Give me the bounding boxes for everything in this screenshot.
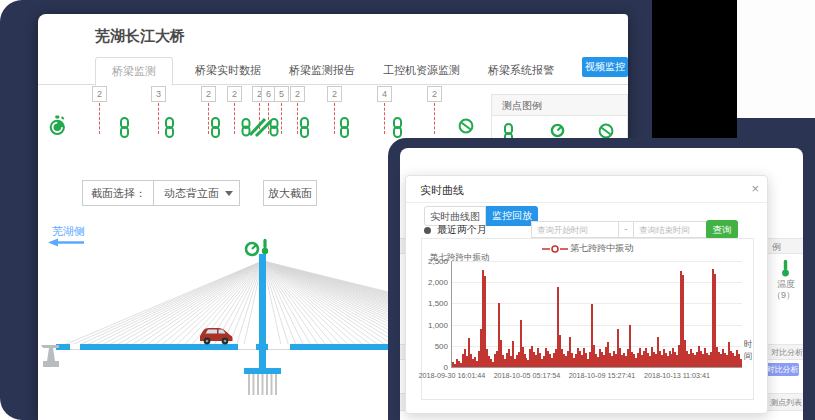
deck-expansion-gap (70, 344, 80, 350)
thermometer-count: （9） (772, 289, 795, 302)
compare-section-partial-label: 对比分析 (771, 347, 803, 358)
deck-expansion-gap (238, 344, 256, 350)
modal-header: 实时曲线 × (406, 176, 767, 203)
y-axis-tick: 1,000 (414, 321, 448, 330)
foundation-piles (247, 374, 278, 395)
y-axis-tick: 2,000 (414, 278, 448, 287)
left-pier (40, 345, 60, 370)
radio-label: 最近两个月 (437, 223, 487, 237)
y-axis-tick: 500 (414, 342, 448, 351)
gridline (452, 325, 742, 326)
black-region (652, 0, 737, 147)
query-button[interactable]: 查询 (706, 220, 738, 239)
query-start-time-input[interactable] (531, 221, 619, 238)
y-axis-tick: 1,500 (414, 299, 448, 308)
x-axis-tick: 2018-10-13 11:03:41 (639, 371, 715, 380)
chart-plot: 2,5002,0001,5001,00050002018-09-30 16:01… (451, 261, 742, 368)
tower-gauge-icon[interactable] (244, 241, 260, 257)
legend-section-partial-label: 例 (772, 241, 781, 254)
screen: 芜湖长江大桥 桥梁监测桥梁实时数据桥梁监测报告工控机资源监测桥梁系统报警 视频监… (0, 0, 815, 420)
date-range-separator: - (618, 221, 634, 238)
tower-thermometer-icon[interactable] (260, 238, 270, 255)
deck-expansion-gap (268, 344, 290, 350)
gridline (452, 303, 742, 304)
chart-container: 第七跨跨中振动 第七跨跨中振动 2,5002,0001,5001,0005000… (421, 238, 754, 400)
thermometer-icon[interactable] (780, 259, 791, 277)
chart-bar (740, 359, 742, 367)
gridline (452, 261, 742, 262)
gridline (452, 282, 742, 283)
modal-title: 实时曲线 (420, 183, 464, 198)
legend-marker-icon (542, 245, 568, 253)
x-axis-tick: 2018-10-05 05:17:54 (489, 371, 565, 380)
close-icon[interactable]: × (751, 181, 759, 196)
car (198, 324, 234, 346)
legend-text: 第七跨跨中振动 (570, 243, 633, 253)
y-axis-tick: 2,500 (414, 257, 448, 266)
x-axis-name: 时间 (744, 339, 753, 363)
bridge-tower (259, 254, 266, 368)
x-axis-tick: 2018-09-30 16:01:44 (414, 371, 490, 380)
x-axis-tick: 2018-10-09 15:27:41 (564, 371, 640, 380)
point-list-partial-label: 测点列表 (770, 397, 802, 408)
radio-last-two-months[interactable] (424, 227, 431, 234)
realtime-curve-modal: 实时曲线 × 实时曲线图 监控回放 最近两个月 - 查询 第七跨跨中振动 第七跨… (405, 175, 768, 414)
compare-analysis-button[interactable]: 对比分析 (766, 363, 799, 376)
background-page-strip (737, 0, 815, 118)
